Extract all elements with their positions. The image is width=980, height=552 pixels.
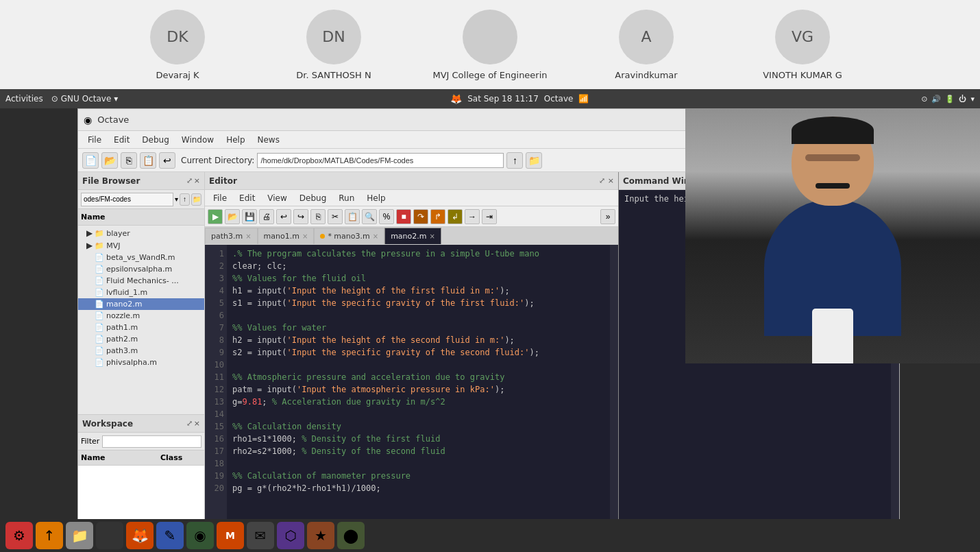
stop-button[interactable]: ■ [396, 209, 411, 224]
taskbar-firefox-icon[interactable]: 🦊 [126, 522, 154, 549]
undo-button[interactable]: ↩ [159, 152, 175, 169]
workspace-filter-input[interactable] [102, 435, 201, 448]
tab-close-mano3[interactable]: × [373, 232, 378, 240]
activities-label[interactable]: Activities [5, 94, 43, 104]
menu-news[interactable]: News [252, 134, 285, 146]
open-editor-button[interactable]: 📂 [225, 209, 240, 224]
code-lines[interactable]: .% The program calculates the pressure i… [227, 245, 610, 528]
file-icon-path2: 📄 [95, 335, 104, 344]
tab-close-mano1[interactable]: × [302, 232, 308, 240]
tab-mano3[interactable]: * mano3.m × [314, 228, 384, 244]
taskbar-update-icon[interactable]: ↑ [36, 522, 63, 549]
debug-continue-button[interactable]: → [465, 209, 480, 224]
tree-item-epsilon[interactable]: 📄 epsilonvsalpha.m [78, 263, 204, 275]
tab-mano1[interactable]: mano1.m × [258, 228, 315, 244]
code-line-20: pg = g*(rho2*h2-rho1*h1)/1000; [232, 482, 610, 494]
ed-cut-button[interactable]: ✂ [328, 209, 343, 224]
editor-header-icons: ⤢ × [599, 176, 614, 185]
fb-new-folder-button[interactable]: 📁 [191, 193, 201, 206]
editor-expand-icon[interactable]: ⤢ [599, 176, 605, 185]
debug-step-button[interactable]: ↷ [413, 209, 428, 224]
tree-item-path1[interactable]: 📄 path1.m [78, 322, 204, 333]
taskbar-terminal-icon[interactable] [96, 522, 123, 549]
copy-button[interactable]: ⎘ [121, 152, 137, 169]
folder-icon-blayer: 📁 [95, 229, 104, 238]
taskbar-email-icon[interactable]: ✉ [247, 522, 274, 549]
new-file-button[interactable]: 📄 [82, 152, 99, 169]
editor-menu-edit[interactable]: Edit [234, 192, 260, 204]
editor-menu-view[interactable]: View [262, 192, 292, 204]
menu-window[interactable]: Window [176, 134, 219, 146]
editor-close-icon[interactable]: × [608, 176, 614, 185]
taskbar-octave-icon[interactable]: ◉ [186, 522, 214, 549]
menu-help[interactable]: Help [221, 134, 250, 146]
editor-menu-file[interactable]: File [208, 192, 232, 204]
tree-item-nozzle[interactable]: 📄 nozzle.m [78, 310, 204, 322]
dir-browse-button[interactable]: 📁 [526, 152, 542, 169]
code-content[interactable]: 1 2 3 4 5 6 7 8 9 10 11 12 13 [205, 245, 618, 528]
code-area[interactable]: 1 2 3 4 5 6 7 8 9 10 11 12 13 [205, 245, 618, 536]
fb-expand-icon[interactable]: ⤢ [186, 176, 193, 185]
taskbar-app2-icon[interactable]: ★ [307, 522, 334, 549]
ed-redo-button[interactable]: ↪ [293, 209, 308, 224]
tree-name-col: Name [81, 213, 106, 221]
find-button[interactable]: 🔍 [362, 209, 377, 224]
app-label[interactable]: ⊙ GNU Octave ▾ [51, 94, 119, 104]
file-tree-header: Name [78, 209, 204, 226]
paste-button[interactable]: 📋 [140, 152, 156, 169]
tree-item-lvfluid[interactable]: 📄 lvfluid_1.m [78, 287, 204, 298]
editor-menu-run[interactable]: Run [333, 192, 360, 204]
fb-close-icon[interactable]: × [194, 176, 200, 185]
tree-item-MVJ[interactable]: ▶ 📁 MVJ [78, 239, 204, 252]
tree-item-blayer[interactable]: ▶ 📁 blayer [78, 227, 204, 239]
tab-label-mano1: mano1.m [264, 232, 299, 241]
ed-undo-button[interactable]: ↩ [276, 209, 291, 224]
print-button[interactable]: 🖨 [259, 209, 274, 224]
save-editor-button[interactable]: 💾 [242, 209, 257, 224]
taskbar-matlab-icon[interactable]: M [217, 522, 244, 549]
debug-out-button[interactable]: ↲ [448, 209, 463, 224]
editor-menu-help[interactable]: Help [361, 192, 391, 204]
taskbar-settings-icon[interactable]: ⚙ [5, 522, 33, 549]
editor-toolbar: ▶ 📂 💾 🖨 ↩ ↪ ⎘ ✂ 📋 🔍 % ■ ↷ ↱ ↲ → ⇥ [205, 206, 618, 227]
menu-debug[interactable]: Debug [136, 134, 174, 146]
current-dir-input[interactable] [257, 153, 504, 168]
tree-item-mano2[interactable]: 📄 mano2.m [78, 298, 204, 310]
fb-dropdown-icon[interactable]: ▾ [175, 195, 178, 203]
tab-close-mano2[interactable]: × [430, 232, 435, 240]
more-button[interactable]: » [600, 209, 615, 224]
ed-paste-button[interactable]: 📋 [345, 209, 360, 224]
tree-item-beta[interactable]: 📄 beta_vs_WandR.m [78, 252, 204, 263]
tab-path3[interactable]: path3.m × [205, 228, 258, 244]
file-browser-header: File Browser ⤢ × [78, 172, 204, 190]
editor-scrollbar[interactable] [610, 245, 618, 528]
debug-into-button[interactable]: ↱ [430, 209, 445, 224]
fb-up-button[interactable]: ↑ [180, 193, 190, 206]
tree-item-phivsalpha[interactable]: 📄 phivsalpha.m [78, 357, 204, 368]
ws-expand-icon[interactable]: ⤢ [186, 419, 193, 428]
taskbar-files-icon[interactable]: 📁 [66, 522, 93, 549]
tree-item-fluid[interactable]: 📄 Fluid Mechanics- ... [78, 275, 204, 287]
ws-close-icon[interactable]: × [194, 419, 200, 428]
code-line-4: h1 = input('Input the height of the firs… [232, 285, 610, 297]
run-button[interactable]: ▶ [208, 209, 223, 224]
taskbar-app3-icon[interactable]: ⬤ [337, 522, 365, 549]
fb-path-input[interactable] [81, 193, 173, 206]
editor-menu-debug[interactable]: Debug [294, 192, 332, 204]
ed-copy-button[interactable]: ⎘ [310, 209, 326, 224]
tree-item-path3[interactable]: 📄 path3.m [78, 345, 204, 357]
open-file-button[interactable]: 📂 [101, 152, 118, 169]
taskbar-app1-icon[interactable]: ⬡ [277, 522, 304, 549]
tab-close-path3[interactable]: × [245, 232, 251, 240]
editor-tabs: path3.m × mano1.m × * mano3.m × mano2.m [205, 227, 618, 245]
tree-item-path2[interactable]: 📄 path2.m [78, 333, 204, 345]
comment-button[interactable]: % [379, 209, 394, 224]
file-tree[interactable]: ▶ 📁 blayer ▶ 📁 MVJ 📄 [78, 226, 204, 414]
file-icon-nozzle: 📄 [95, 311, 104, 320]
debug-end-button[interactable]: ⇥ [482, 209, 497, 224]
menu-file[interactable]: File [82, 134, 107, 146]
dir-up-button[interactable]: ↑ [506, 152, 523, 169]
taskbar-editor-icon[interactable]: ✎ [156, 522, 184, 549]
tab-mano2[interactable]: mano2.m × [384, 228, 441, 244]
menu-edit[interactable]: Edit [108, 134, 135, 146]
